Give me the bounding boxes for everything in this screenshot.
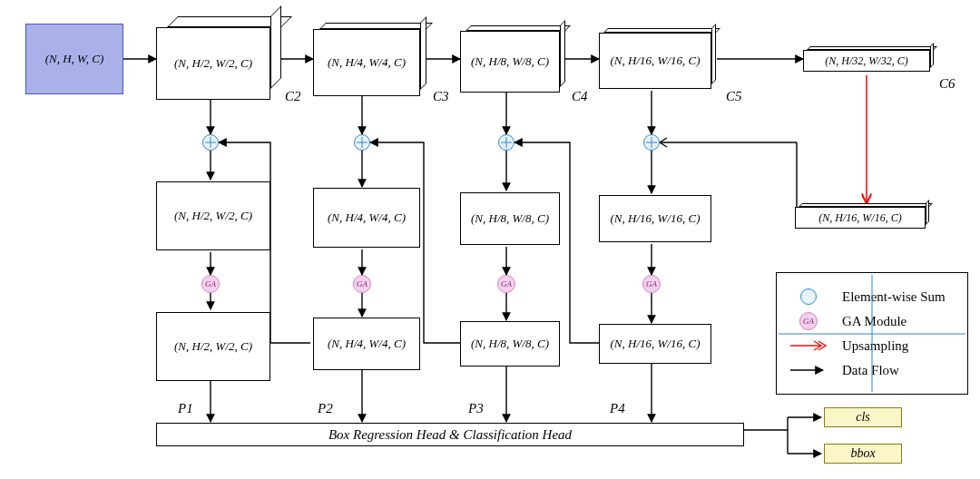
p3-tag: P3 [468,401,484,416]
c5-label: (N, H/16, W/16, C) [611,54,701,68]
s4-label: (N, H/8, W/8, C) [471,211,549,226]
upsample-out-box: (N, H/16, W/16, C) [795,207,926,229]
output-cls: cls [824,407,902,427]
legend-upsample-label: Upsampling [842,338,908,354]
fpn-diagram: (N, H, W, C) (N, H/2, W/2, C) C2 (N, H/4… [0,0,980,479]
p4-box-label: (N, H/16, W/16, C) [611,337,701,351]
sum-node-s3 [354,134,370,151]
s3-label: (N, H/4, W/4, C) [328,210,406,225]
lateral-s4-box: (N, H/8, W/8, C) [460,192,560,245]
s2-label: (N, H/2, W/2, C) [174,209,252,223]
cls-label: cls [856,410,870,425]
pyramid-p4-box: (N, H/16, W/16, C) [599,324,711,364]
pyramid-p2-box: (N, H/4, W/4, C) [313,318,420,370]
p1-tag: P1 [178,401,193,416]
lateral-s5-box: (N, H/16, W/16, C) [599,195,711,242]
c3-label: (N, H/4, W/4, C) [328,55,406,70]
c2-tag: C2 [285,89,301,104]
ga-node-4: GA [642,275,661,293]
backbone-c6-box: (N, H/32, W/32, C) [803,50,930,72]
p2-box-label: (N, H/4, W/4, C) [328,337,406,351]
sum-node-s5 [643,134,660,151]
input-label: (N, H, W, C) [45,52,104,66]
c2-label: (N, H/2, W/2, C) [174,56,252,71]
bbox-label: bbox [850,446,875,461]
lateral-s3-box: (N, H/4, W/4, C) [313,188,420,248]
sum-node-s2 [202,134,219,151]
c3-tag: C3 [433,89,449,104]
legend-sum-icon [800,288,817,305]
c5-tag: C5 [726,89,742,104]
p3-box-label: (N, H/8, W/8, C) [471,337,549,351]
legend-sum-label: Element-wise Sum [842,289,946,305]
ga-node-1: GA [201,275,220,293]
c6-label: (N, H/32, W/32, C) [825,54,907,68]
legend: Element-wise Sum GA GA Module Upsampling [776,272,968,395]
legend-upsample-icon [789,339,828,352]
pyramid-p3-box: (N, H/8, W/8, C) [460,321,560,367]
lateral-s2-box: (N, H/2, W/2, C) [156,181,270,250]
backbone-c3-box: (N, H/4, W/4, C) [313,29,420,96]
c4-tag: C4 [572,89,588,104]
legend-ga-icon: GA [799,312,818,330]
backbone-c2-box: (N, H/2, W/2, C) [156,27,270,100]
sum-node-s4 [498,134,514,151]
s5-label: (N, H/16, W/16, C) [611,211,701,226]
backbone-c5-box: (N, H/16, W/16, C) [599,33,711,89]
legend-ga-label: GA Module [842,314,906,329]
p1-box-label: (N, H/2, W/2, C) [174,339,252,354]
backbone-c4-box: (N, H/8, W/8, C) [460,31,560,93]
p4-tag: P4 [610,401,625,416]
ga-node-3: GA [497,275,515,293]
p2-tag: P2 [318,401,333,416]
upsample-label: (N, H/16, W/16, C) [818,211,901,225]
legend-flow-icon [789,364,828,376]
head-label: Box Regression Head & Classification Hea… [328,427,572,443]
legend-flow-label: Data Flow [842,363,899,378]
detection-head: Box Regression Head & Classification Hea… [156,423,744,446]
output-bbox: bbox [824,444,902,464]
c4-label: (N, H/8, W/8, C) [471,54,549,69]
input-tensor-box: (N, H, W, C) [25,24,123,94]
ga-node-2: GA [353,275,371,293]
pyramid-p1-box: (N, H/2, W/2, C) [156,312,270,381]
c6-tag: C6 [939,76,956,92]
